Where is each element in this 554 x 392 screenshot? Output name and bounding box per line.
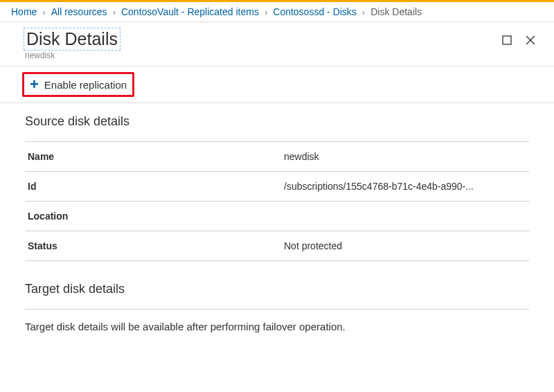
table-row: Id /subscriptions/155c4768-b71c-4e4b-a99… [25, 171, 529, 201]
chevron-right-icon: › [361, 7, 366, 17]
chevron-right-icon: › [263, 7, 269, 17]
row-value-status: Not protected [284, 240, 342, 251]
row-key-status: Status [28, 240, 284, 251]
breadcrumb-disks[interactable]: Contosossd - Disks [273, 6, 357, 17]
close-icon[interactable] [525, 35, 536, 46]
blade-header: Disk Details newdisk [0, 22, 554, 66]
breadcrumb-vault[interactable]: ContosoVault - Replicated items [121, 6, 259, 17]
row-value-id: /subscriptions/155c4768-b71c-4e4b-a990-.… [284, 181, 474, 192]
chevron-right-icon: › [111, 7, 117, 17]
page-subtitle: newdisk [25, 51, 119, 60]
target-message: Target disk details will be available af… [25, 309, 529, 332]
row-key-location: Location [28, 211, 284, 222]
table-row: Status Not protected [25, 231, 529, 261]
breadcrumb-current: Disk Details [370, 6, 422, 17]
row-key-name: Name [28, 151, 284, 162]
breadcrumb: Home › All resources › ContosoVault - Re… [0, 2, 554, 22]
restore-window-icon[interactable] [501, 35, 512, 46]
row-key-id: Id [28, 181, 284, 192]
enable-replication-button[interactable]: + Enable replication [22, 72, 134, 97]
page-title: Disk Details [25, 29, 119, 49]
breadcrumb-home[interactable]: Home [11, 6, 37, 17]
breadcrumb-all-resources[interactable]: All resources [51, 6, 107, 17]
enable-replication-label: Enable replication [44, 79, 127, 91]
toolbar: + Enable replication [0, 66, 554, 103]
row-value-name: newdisk [284, 151, 319, 162]
chevron-right-icon: › [41, 7, 46, 17]
svg-rect-0 [503, 36, 511, 44]
plus-icon: + [30, 77, 39, 92]
source-details-table: Name newdisk Id /subscriptions/155c4768-… [25, 141, 529, 261]
table-row: Location [25, 201, 529, 231]
table-row: Name newdisk [25, 141, 529, 171]
target-section-title: Target disk details [25, 282, 529, 296]
source-section-title: Source disk details [25, 114, 529, 129]
